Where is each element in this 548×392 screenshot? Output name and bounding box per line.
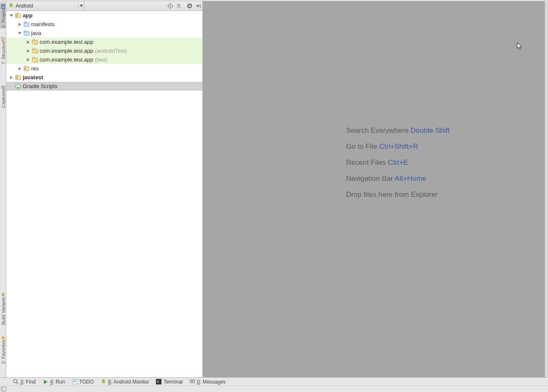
svg-point-40 <box>16 84 21 89</box>
tree-node-label: res <box>31 65 39 72</box>
tab-favorites[interactable]: 2: Favorites <box>0 331 6 365</box>
tab-captures[interactable]: Captures <box>0 77 6 109</box>
bottom-tab-mnemonic: 0 <box>197 379 200 385</box>
tip-shortcut: Double Shift <box>411 126 450 134</box>
messages-icon <box>189 379 195 385</box>
tree-row[interactable]: com.example.test.app(test) <box>6 55 202 64</box>
svg-point-12 <box>170 5 171 7</box>
bottom-tab-android[interactable]: 6: Android Monitor <box>97 378 153 386</box>
tree-node-label: manifests <box>31 21 55 27</box>
project-tree[interactable]: appmanifestsjavacom.example.test.appcom.… <box>6 11 202 377</box>
tab-build-variants[interactable]: Build Variants <box>0 284 6 326</box>
bottom-tab-mnemonic: 4 <box>50 379 53 385</box>
tree-row[interactable]: app <box>6 11 202 20</box>
package-icon <box>32 39 38 46</box>
tree-row[interactable]: manifests <box>6 20 202 29</box>
tree-twistie[interactable] <box>25 39 32 46</box>
tree-twistie[interactable] <box>25 56 32 63</box>
bottom-tab-run[interactable]: 4: Run <box>39 378 68 386</box>
bottom-tab-search[interactable]: 3: Find <box>9 378 39 386</box>
tree-row[interactable]: Gradle Scripts <box>6 82 202 91</box>
collapse-all-button[interactable] <box>175 2 183 10</box>
bottom-tab-label: : Android Monitor <box>111 379 149 385</box>
tree-row[interactable]: com.example.test.app(androidTest) <box>6 46 202 55</box>
tab-structure-label: 7: Structure <box>1 40 6 64</box>
tree-node-label: app <box>23 12 32 19</box>
tip-text: Navigation Bar <box>346 175 395 183</box>
tree-twistie[interactable] <box>16 30 23 37</box>
svg-line-42 <box>16 382 18 384</box>
svg-point-41 <box>13 379 17 383</box>
bottom-tab-messages[interactable]: 0: Messages <box>186 378 229 386</box>
editor-tip: Recent Files Ctrl+E <box>346 155 450 171</box>
bottom-tool-bar: 3: Find4: RunTODO6: Android MonitorTermi… <box>0 377 548 386</box>
editor-tip: Navigation Bar Alt+Home <box>346 171 450 187</box>
tree-twistie[interactable] <box>16 65 23 72</box>
scroll-to-source-button[interactable] <box>166 2 175 10</box>
tip-shortcut: Alt+Home <box>395 175 426 183</box>
tree-twistie-empty <box>8 83 15 90</box>
tree-row[interactable]: com.example.test.app <box>6 38 202 46</box>
package-icon <box>32 56 38 63</box>
gradle-icon <box>15 83 21 90</box>
tip-text: Search Everywhere <box>346 126 411 134</box>
todo-icon <box>72 379 78 385</box>
tab-project[interactable]: 1: Project <box>0 3 6 29</box>
folder-icon <box>23 30 30 37</box>
tip-text: Go to File <box>346 142 379 150</box>
tree-node-suffix: (test) <box>95 56 107 63</box>
svg-point-27 <box>35 42 38 44</box>
tree-row[interactable]: javatest <box>6 73 202 82</box>
editor-tip: Go to File Ctrl+Shift+R <box>346 139 450 155</box>
bottom-tab-terminal[interactable]: Terminal <box>153 378 186 386</box>
tree-row[interactable]: res <box>6 64 202 73</box>
svg-rect-1 <box>1 5 5 6</box>
svg-rect-24 <box>24 31 27 32</box>
tree-node-label: Gradle Scripts <box>23 83 57 89</box>
svg-rect-26 <box>32 40 35 41</box>
bottom-tab-mnemonic: 6 <box>108 379 111 385</box>
project-view-dropdown[interactable]: Android <box>6 1 84 11</box>
module-icon <box>15 74 21 81</box>
svg-rect-46 <box>190 380 195 383</box>
svg-point-33 <box>35 59 38 62</box>
svg-rect-50 <box>1 387 3 391</box>
bottom-tab-label: Terminal <box>164 379 183 385</box>
android-icon <box>101 379 107 385</box>
tree-node-label: com.example.test.app(androidTest) <box>40 48 127 54</box>
editor-tip: Drop files here from Explorer <box>346 187 450 203</box>
editor-tip: Search Everywhere Double Shift <box>346 123 450 139</box>
tree-twistie[interactable] <box>8 12 15 19</box>
status-indicator-icon[interactable] <box>1 387 6 392</box>
hide-button[interactable] <box>194 2 202 10</box>
bottom-tab-label: : Find <box>23 379 36 385</box>
svg-rect-44 <box>102 381 105 383</box>
svg-point-10 <box>11 3 12 4</box>
gear-icon[interactable] <box>185 2 194 10</box>
editor-empty-area[interactable]: Search Everywhere Double ShiftGo to File… <box>203 1 545 377</box>
bottom-tab-todo[interactable]: TODO <box>68 378 97 386</box>
tree-node-label: java <box>31 30 41 36</box>
tab-favorites-label: 2: Favorites <box>1 340 6 364</box>
status-bar <box>0 386 548 392</box>
editor-tips: Search Everywhere Double ShiftGo to File… <box>346 123 450 203</box>
tree-twistie[interactable] <box>16 21 23 28</box>
right-tool-strip <box>545 0 548 377</box>
tip-text: Drop files here from Explorer <box>346 191 438 199</box>
structure-icon <box>1 36 5 40</box>
star-icon <box>1 335 5 340</box>
tree-row[interactable]: java <box>6 29 202 38</box>
tip-shortcut: Ctrl+Shift+R <box>379 142 418 150</box>
svg-rect-32 <box>32 57 35 59</box>
svg-point-9 <box>10 3 11 4</box>
tree-twistie[interactable] <box>25 48 32 54</box>
svg-rect-8 <box>10 5 13 7</box>
svg-rect-22 <box>24 22 27 23</box>
tree-node-label: javatest <box>23 74 43 81</box>
svg-rect-38 <box>16 75 18 76</box>
module-icon <box>15 12 21 19</box>
tab-structure[interactable]: 7: Structure <box>0 31 6 65</box>
tree-twistie[interactable] <box>8 74 15 81</box>
tree-node-suffix: (androidTest) <box>95 48 127 54</box>
tab-project-label: 1: Project <box>1 8 6 28</box>
